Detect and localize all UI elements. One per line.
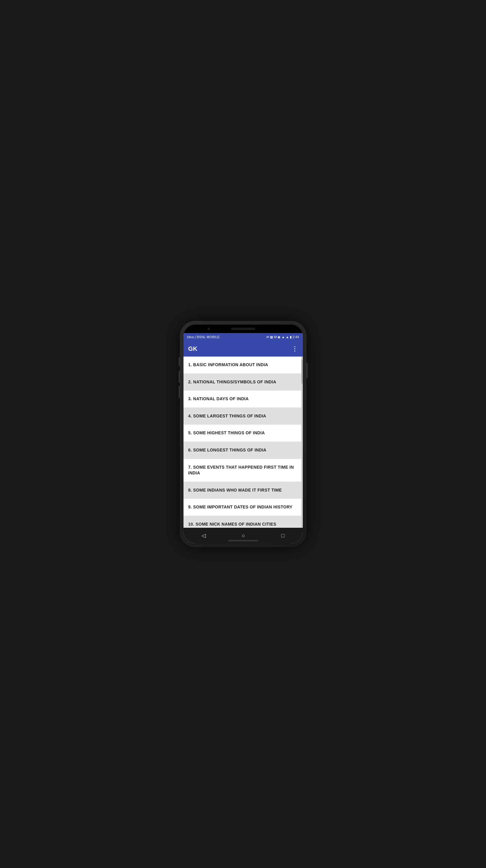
gmail-icon: M [274,335,277,339]
phone-top-bar [184,324,303,333]
list-item[interactable]: 10. SOME NICK NAMES OF INDIAN CITIES [184,516,301,528]
back-button[interactable]: ◁ [196,530,212,541]
home-button[interactable]: ○ [236,530,251,541]
list-item[interactable]: 8. SOME INDIANS WHO MADE IT FIRST TIME [184,482,301,499]
bottom-pill [228,540,258,541]
volume-up-button [179,357,180,366]
carrier-text: Idea | BSNL MOBILE [187,335,220,339]
status-icons: ✉ ▦ M ◉ ▲ ▲ ▮ 2:44 [266,335,299,339]
battery-icon: ▮ [290,335,292,339]
scroll-thumb [301,360,303,384]
recents-button[interactable]: □ [276,530,291,541]
menu-list[interactable]: 1. BASIC INFORMATION ABOUT INDIA2. NATIO… [184,356,301,528]
list-item[interactable]: 6. SOME LONGEST THINGS OF INDIA [184,442,301,459]
list-item[interactable]: 7. SOME EVENTS THAT HAPPENED FIRST TIME … [184,459,301,482]
list-item[interactable]: 4. SOME LARGEST THINGS OF INDIA [184,408,301,425]
more-options-button[interactable]: ⋮ [292,345,298,352]
camera-dot [207,328,210,330]
scrollbar [301,356,303,528]
phone-frame: Idea | BSNL MOBILE ✉ ▦ M ◉ ▲ ▲ ▮ 2:44 GK… [180,321,306,547]
message-icon: ✉ [266,335,269,339]
list-item[interactable]: 9. SOME IMPORTANT DATES OF INDIAN HISTOR… [184,499,301,516]
screen-content: Idea | BSNL MOBILE ✉ ▦ M ◉ ▲ ▲ ▮ 2:44 GK… [184,333,303,544]
location-icon: ◉ [278,335,281,339]
list-item[interactable]: 2. NATIONAL THINGS/SYMBOLS OF INDIA [184,374,301,391]
content-area: 1. BASIC INFORMATION ABOUT INDIA2. NATIO… [184,356,303,528]
signal1-icon: ▲ [282,335,285,339]
list-item[interactable]: 3. NATIONAL DAYS OF INDIA [184,391,301,408]
list-item[interactable]: 1. BASIC INFORMATION ABOUT INDIA [184,356,301,374]
phone-screen: Idea | BSNL MOBILE ✉ ▦ M ◉ ▲ ▲ ▮ 2:44 GK… [184,324,303,544]
signal2-icon: ▲ [286,335,289,339]
speaker-slot [231,328,255,330]
gallery-icon: ▦ [270,335,273,339]
silent-button [179,386,180,398]
app-title: GK [188,345,198,352]
power-button [306,363,307,378]
status-bar: Idea | BSNL MOBILE ✉ ▦ M ◉ ▲ ▲ ▮ 2:44 [184,333,303,341]
volume-down-button [179,371,180,383]
time-text: 2:44 [293,335,299,339]
list-item[interactable]: 5. SOME HIGHEST THINGS OF INDIA [184,425,301,442]
app-bar: GK ⋮ [184,341,303,356]
